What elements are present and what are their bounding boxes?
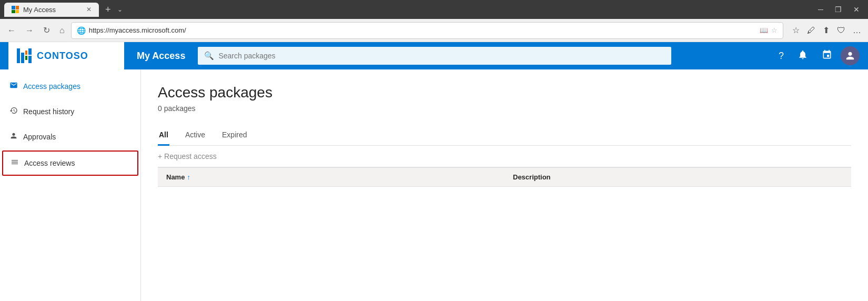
content-toolbar: + Request access <box>158 146 851 167</box>
favorites-icon[interactable]: ☆ <box>790 23 802 37</box>
tab-favicon <box>12 6 19 13</box>
request-access-button[interactable]: + Request access <box>158 152 217 160</box>
svg-rect-3 <box>25 56 27 60</box>
description-column-label: Description <box>513 173 551 181</box>
sidebar-item-access-reviews-label: Access reviews <box>24 159 75 167</box>
sidebar-item-access-packages[interactable]: Access packages <box>0 74 140 99</box>
forward-button[interactable]: → <box>22 24 37 37</box>
contoso-logo-icon <box>17 48 32 63</box>
refresh-button[interactable]: ↻ <box>40 23 53 37</box>
more-icon[interactable]: … <box>850 23 864 37</box>
read-aloud-icon[interactable]: 🖊 <box>804 23 818 37</box>
help-button[interactable]: ? <box>773 47 789 65</box>
access-reviews-icon <box>11 158 19 168</box>
tab-title: My Access <box>23 6 56 14</box>
sidebar: Access packages Request history Approval… <box>0 69 141 301</box>
address-bar[interactable]: 🌐 https://myaccess.microsoft.com/ 📖 ☆ <box>71 22 783 39</box>
back-button[interactable]: ← <box>4 24 19 37</box>
window-maximize-button[interactable]: ❐ <box>831 4 846 15</box>
svg-rect-2 <box>25 51 27 55</box>
home-button[interactable]: ⌂ <box>56 24 68 37</box>
tab-arrow-button[interactable]: ⌄ <box>117 6 123 13</box>
sidebar-item-approvals[interactable]: Approvals <box>0 124 140 149</box>
window-close-button[interactable]: ✕ <box>849 4 864 15</box>
app-header: CONTOSO My Access 🔍 ? <box>0 42 868 69</box>
tab-close-button[interactable]: ✕ <box>86 6 92 13</box>
sidebar-item-access-reviews[interactable]: Access reviews <box>2 150 138 176</box>
name-column-header[interactable]: Name ↑ <box>158 168 504 187</box>
app-title: My Access <box>124 51 198 62</box>
reader-mode-icon: 📖 <box>760 26 768 34</box>
main-content: Access packages 0 packages All Active Ex… <box>141 69 868 301</box>
sidebar-item-access-packages-label: Access packages <box>23 82 80 91</box>
request-history-icon <box>9 106 18 117</box>
browser-toolbar-icons: ☆ 🖊 ⬆ 🛡 … <box>790 23 864 37</box>
browser-nav: ← → ↻ ⌂ 🌐 https://myaccess.microsoft.com… <box>0 19 868 42</box>
approvals-icon <box>9 132 18 142</box>
header-actions: ? <box>773 46 860 66</box>
browser-tab[interactable]: My Access ✕ <box>4 3 99 17</box>
notification-button[interactable] <box>792 46 813 66</box>
sidebar-item-request-history[interactable]: Request history <box>0 99 140 124</box>
sidebar-item-request-history-label: Request history <box>23 107 74 116</box>
packages-table: Name ↑ Description <box>158 167 851 187</box>
address-text: https://myaccess.microsoft.com/ <box>89 26 756 34</box>
tab-all[interactable]: All <box>158 125 169 146</box>
description-column-header[interactable]: Description <box>504 168 851 187</box>
sidebar-item-approvals-label: Approvals <box>23 133 56 141</box>
new-tab-button[interactable]: + <box>102 4 114 15</box>
logo-text: CONTOSO <box>37 51 88 62</box>
address-globe-icon: 🌐 <box>77 26 86 35</box>
svg-rect-1 <box>21 53 24 63</box>
package-count: 0 packages <box>158 104 851 113</box>
svg-rect-0 <box>17 48 20 63</box>
access-packages-icon <box>9 81 18 92</box>
page-title: Access packages <box>158 84 851 101</box>
tab-expired[interactable]: Expired <box>221 125 248 146</box>
logo-area: CONTOSO <box>8 42 124 69</box>
svg-rect-5 <box>28 56 32 63</box>
svg-rect-4 <box>28 48 32 55</box>
bookmark-icon[interactable]: ☆ <box>771 26 778 34</box>
tab-active[interactable]: Active <box>184 125 206 146</box>
search-icon: 🔍 <box>204 51 214 61</box>
filter-tabs: All Active Expired <box>158 125 851 146</box>
shield-icon[interactable]: 🛡 <box>834 23 848 37</box>
search-input[interactable] <box>218 52 665 60</box>
window-minimize-button[interactable]: ─ <box>814 4 827 15</box>
share-icon[interactable]: ⬆ <box>820 23 832 37</box>
browser-chrome: My Access ✕ + ⌄ ─ ❐ ✕ <box>0 0 868 19</box>
app-body: Access packages Request history Approval… <box>0 69 868 301</box>
search-bar[interactable]: 🔍 <box>198 47 671 65</box>
user-avatar-button[interactable] <box>841 46 860 65</box>
name-sort-icon: ↑ <box>187 173 190 181</box>
network-button[interactable] <box>816 46 837 66</box>
name-column-label: Name <box>166 173 185 181</box>
